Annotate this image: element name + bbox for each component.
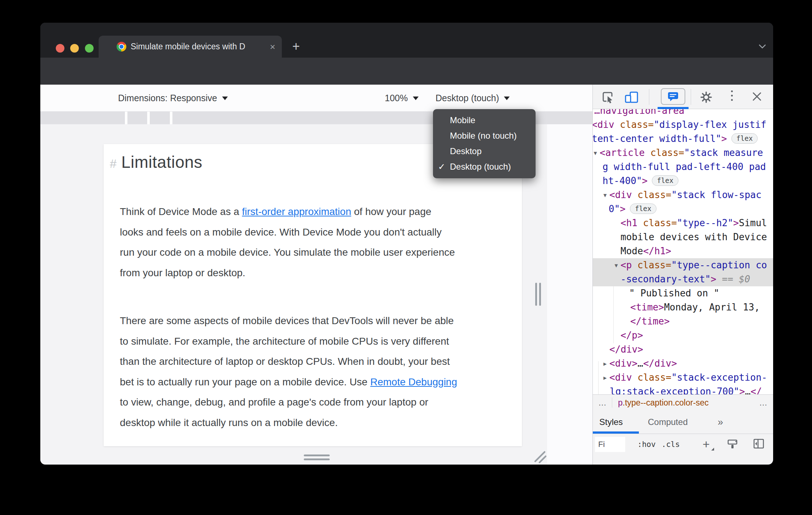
text-segment: There are some aspects of mobile devices… [120,315,454,326]
dimensions-select[interactable]: Dimensions: Responsive [118,85,228,112]
viewport-width-resize-handle[interactable] [535,283,541,306]
paragraph-line: looks and feels on a mobile device. With… [120,222,521,243]
flex-badge[interactable]: flex [630,203,657,214]
styles-toolbar: :hov .cls + [593,434,773,455]
toolbar-divider [691,89,691,105]
text-segment: to view, change, debug, and profile a pa… [120,397,428,408]
menu-item[interactable]: Mobile [433,112,536,128]
breadcrumb-overflow-right[interactable]: … [754,398,773,408]
message-bubble-icon [667,91,679,102]
paragraph-line: Think of Device Mode as a first-order ap… [120,202,521,222]
tab-search-chevron-icon[interactable] [758,44,766,50]
devtools-menu-icon[interactable] [731,90,733,101]
code-line[interactable]: tent-center width-full">flex [593,132,773,146]
breadcrumb-overflow-left[interactable]: … [593,398,612,408]
code-line[interactable]: </time> [593,314,773,328]
text-segment: run your code on a mobile device. You si… [120,247,455,258]
settings-gear-icon[interactable] [700,91,713,105]
text-segment: looks and feels on a mobile device. With… [120,227,442,238]
breadcrumb-divider [612,398,612,408]
styles-tab-underline [593,431,639,434]
expand-open-icon[interactable]: ▾ [601,188,609,202]
viewport-gutter [547,124,592,465]
viewport-height-resize-handle[interactable] [304,454,330,460]
breadcrumb-tag: p [618,398,623,407]
elements-tree: …navigation-area<div class="display-flex… [593,109,773,394]
more-tabs-icon[interactable]: » [718,411,723,434]
browser-toolbar: localhost:8080/docs/devtools/device-mode… [40,58,773,85]
code-line[interactable]: <div class="display-flex justif [593,118,773,132]
new-tab-button[interactable]: + [292,40,300,53]
text-segment: than the architecture of laptop or deskt… [120,356,450,367]
menu-item-label: Desktop [450,146,482,156]
new-style-rule-button[interactable]: + [703,434,710,455]
breadcrumb-classes: .type--caption.color-sec [623,398,709,407]
code-line[interactable]: 0">flex [593,202,773,216]
maximize-window-button[interactable] [85,44,94,53]
toggle-classes-button[interactable]: .cls [662,434,680,455]
code-line[interactable]: <div class="stack flow-spac▾ [593,188,773,202]
flex-badge[interactable]: flex [652,175,678,186]
inline-link[interactable]: Remote Debugging [370,376,457,388]
titlebar: Simulate mobile devices with D × + [40,23,773,58]
code-line[interactable]: </div> [593,342,773,357]
tab-styles[interactable]: Styles [599,411,623,434]
code-line[interactable]: lg:stack-exception-700">…</ [593,385,773,394]
close-window-button[interactable] [56,44,64,53]
paragraph-line: There are some aspects of mobile devices… [120,311,521,331]
code-line[interactable]: ht-400">flex [593,174,773,188]
close-devtools-icon[interactable] [751,91,763,104]
ruler-divider [125,112,127,124]
code-line[interactable]: <article class="stack measure▾ [593,146,773,160]
zoom-select[interactable]: 100% [385,85,419,112]
page-heading: # Limitations [110,152,202,172]
elements-breadcrumb: … p.type--caption.color-sec … [593,394,773,411]
text-segment: of how your page [351,206,432,217]
paintbrush-icon[interactable] [727,439,738,452]
code-line[interactable]: mobile devices with Device [593,230,773,244]
tab-title: Simulate mobile devices with D [131,42,267,52]
tab-close-icon[interactable]: × [270,42,275,52]
expand-closed-icon[interactable]: ▸ [601,371,609,385]
menu-item-label: Desktop (touch) [450,162,511,172]
menu-item-label: Mobile [450,115,475,125]
code-line[interactable]: </p> [593,328,773,342]
paragraph-line: desktop while it actually runs on a mobi… [120,413,521,433]
browser-tab[interactable]: Simulate mobile devices with D × [99,36,282,58]
menu-item[interactable]: Desktop [433,143,536,159]
viewport-corner-resize-handle[interactable] [534,450,546,465]
code-line-selected[interactable]: <p class="type--caption co▾ [593,258,773,272]
heading-text: Limitations [121,152,202,172]
whats-new-tab[interactable] [661,88,685,105]
paragraph-line: bet is to actually run your page on a mo… [120,372,521,393]
dimensions-label: Dimensions: Responsive [118,93,217,103]
code-line[interactable]: Mode</h1> [593,244,773,258]
inspect-element-icon[interactable] [601,91,614,105]
text-segment: from your laptop or desktop. [120,267,245,278]
minimize-window-button[interactable] [70,44,79,53]
code-line[interactable]: <div>…</div>▸ [593,357,773,371]
code-line-selected[interactable]: -secondary-text"> == $0 [593,272,773,286]
caret-down-icon [504,97,510,100]
code-line[interactable]: " Published on " [593,286,773,300]
toggle-device-toolbar-icon[interactable] [624,91,639,105]
code-line[interactable]: <div class="stack-exception-▸ [593,371,773,385]
code-line[interactable]: <time>Monday, April 13, [593,300,773,314]
flex-badge[interactable]: flex [731,133,758,144]
toggle-hover-state-button[interactable]: :hov [637,434,656,455]
styles-filter-input[interactable] [595,437,625,452]
code-line[interactable]: <h1 class="type--h2">Simul [593,216,773,230]
expand-open-icon[interactable]: ▾ [593,146,599,160]
menu-item[interactable]: ✓Desktop (touch) [433,159,536,174]
toggle-sidebar-icon[interactable] [753,439,764,450]
menu-item[interactable]: Mobile (no touch) [433,128,536,143]
expand-closed-icon[interactable]: ▸ [601,357,609,371]
device-type-select[interactable]: Desktop (touch) [436,85,510,112]
expand-open-icon[interactable]: ▾ [612,258,620,272]
heading-anchor-icon[interactable]: # [110,157,117,171]
inline-link[interactable]: first-order approximation [242,206,351,217]
breadcrumb-selected-node[interactable]: p.type--caption.color-sec [618,398,709,408]
code-line[interactable]: …navigation-area [593,109,773,118]
tab-computed[interactable]: Computed [648,411,688,434]
code-line[interactable]: g width-full pad-left-400 pad [593,160,773,174]
